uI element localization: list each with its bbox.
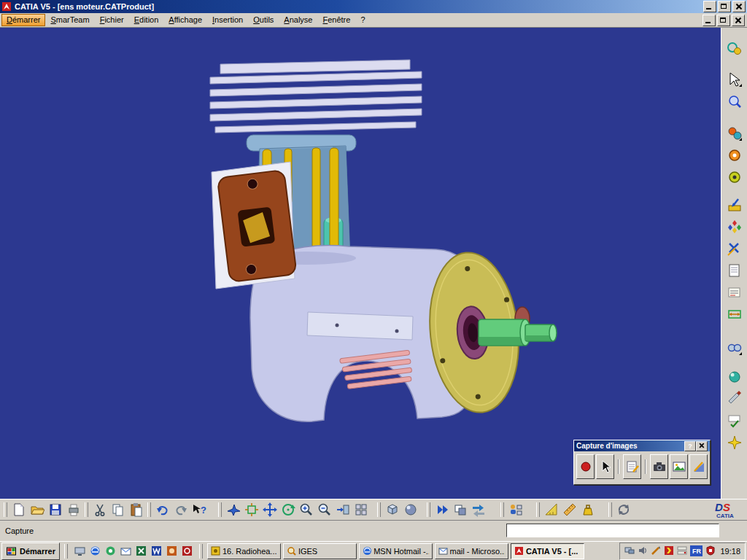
menu-insertion[interactable]: Insertion bbox=[207, 14, 248, 26]
options-button[interactable] bbox=[623, 454, 641, 479]
start-button[interactable]: Démarrer bbox=[1, 542, 60, 560]
menu-smarteam[interactable]: SmarTeam bbox=[45, 14, 94, 26]
menu-demarrer[interactable]: Démarrer bbox=[1, 14, 45, 26]
swap-visible-space-button[interactable] bbox=[469, 501, 487, 519]
select-tool-button[interactable] bbox=[725, 70, 744, 89]
enter-workbench-button[interactable] bbox=[725, 195, 744, 214]
doc-minimize-button[interactable] bbox=[703, 15, 716, 26]
text-with-leader-button[interactable] bbox=[725, 283, 744, 302]
annotations-button[interactable] bbox=[725, 261, 744, 280]
normal-view-button[interactable] bbox=[333, 501, 352, 519]
part-cooling-fins[interactable] bbox=[210, 60, 422, 133]
outlook-express-button[interactable] bbox=[120, 545, 132, 557]
part-front-plate[interactable] bbox=[307, 312, 413, 340]
volume-icon[interactable] bbox=[638, 545, 648, 557]
menu-fenetre[interactable]: Fenêtre bbox=[317, 14, 355, 26]
network-status-icon[interactable] bbox=[624, 545, 635, 557]
render-material-button[interactable] bbox=[725, 368, 744, 386]
menu-help[interactable]: ? bbox=[355, 14, 370, 26]
part-carburetor-plate[interactable] bbox=[217, 170, 297, 282]
create-multi-view-button[interactable] bbox=[352, 501, 370, 519]
restore-button[interactable] bbox=[718, 1, 731, 12]
part-crankshaft[interactable] bbox=[479, 319, 557, 346]
toolbar-grip[interactable] bbox=[218, 502, 222, 517]
rotate-button[interactable] bbox=[279, 501, 297, 519]
gear-settings-button[interactable] bbox=[725, 146, 744, 165]
draw-button[interactable] bbox=[689, 454, 708, 479]
dimensions-button[interactable] bbox=[725, 305, 744, 324]
copy-button[interactable] bbox=[109, 501, 127, 519]
select-button[interactable] bbox=[596, 454, 614, 479]
fit-all-in-button[interactable] bbox=[242, 501, 260, 519]
minimize-button[interactable] bbox=[703, 1, 716, 12]
taskbar-grip[interactable] bbox=[199, 544, 203, 559]
update-button[interactable] bbox=[725, 124, 744, 143]
fast-forward-button[interactable] bbox=[433, 501, 451, 519]
pan-button[interactable] bbox=[260, 501, 279, 519]
gear-options-button[interactable] bbox=[725, 168, 744, 187]
capture-palette[interactable]: Capture d'images ? bbox=[573, 440, 711, 485]
close-button[interactable] bbox=[732, 1, 746, 12]
record-button[interactable] bbox=[576, 454, 595, 479]
task-mail[interactable]: mail - Microso... bbox=[435, 543, 508, 559]
word-button[interactable] bbox=[150, 545, 163, 557]
menu-outils[interactable]: Outils bbox=[248, 14, 279, 26]
antivirus-icon[interactable] bbox=[664, 545, 674, 557]
power-input-field[interactable] bbox=[506, 524, 719, 537]
interference-check-button[interactable] bbox=[725, 239, 744, 258]
shaded-view-button[interactable] bbox=[401, 501, 419, 519]
msn-button[interactable] bbox=[104, 545, 117, 557]
collaboration-button[interactable] bbox=[506, 501, 525, 519]
toolbar-grip[interactable] bbox=[85, 502, 88, 517]
paste-button[interactable] bbox=[127, 501, 145, 519]
cut-material-button[interactable] bbox=[725, 389, 744, 408]
taskbar-grip[interactable] bbox=[64, 544, 68, 559]
acrobat-button[interactable] bbox=[181, 545, 193, 557]
update-refresh-button[interactable] bbox=[614, 501, 632, 519]
internet-explorer-button[interactable] bbox=[89, 545, 101, 557]
print-button[interactable] bbox=[64, 501, 82, 519]
depth-effect-button[interactable] bbox=[725, 338, 744, 357]
redo-button[interactable] bbox=[171, 501, 190, 519]
save-button[interactable] bbox=[46, 501, 64, 519]
isometric-view-button[interactable] bbox=[383, 501, 401, 519]
taskbar-clock[interactable]: 19:18 bbox=[719, 547, 740, 556]
doc-close-button[interactable] bbox=[732, 15, 745, 26]
pen-tablet-icon[interactable] bbox=[651, 545, 661, 557]
powerpoint-button[interactable] bbox=[166, 545, 178, 557]
viewport-3d[interactable]: Capture d'images ? bbox=[0, 28, 721, 499]
task-catia[interactable]: CATIA V5 - [... bbox=[511, 543, 584, 559]
toolbar-grip[interactable] bbox=[377, 502, 381, 517]
input-method-icon[interactable] bbox=[677, 545, 687, 557]
open-button[interactable] bbox=[28, 501, 46, 519]
toolbar-grip[interactable] bbox=[536, 502, 540, 517]
excel-button[interactable] bbox=[135, 545, 147, 557]
spell-check-button[interactable] bbox=[725, 411, 744, 430]
context-help-button[interactable]: ? bbox=[190, 501, 208, 519]
zoom-out-button[interactable] bbox=[315, 501, 333, 519]
task-msn-hotmail[interactable]: MSN Hotmail -... bbox=[359, 543, 433, 559]
undo-button[interactable] bbox=[153, 501, 171, 519]
look-at-button[interactable] bbox=[725, 92, 744, 111]
doc-restore-button[interactable] bbox=[717, 15, 730, 26]
task-radiohead[interactable]: 16. Radiohea... bbox=[207, 543, 281, 559]
menu-affichage[interactable]: Affichage bbox=[163, 14, 207, 26]
menu-edition[interactable]: Edition bbox=[129, 14, 164, 26]
capture-palette-title-bar[interactable]: Capture d'images ? bbox=[574, 440, 710, 451]
measure-item-button[interactable] bbox=[560, 501, 578, 519]
show-desktop-button[interactable] bbox=[74, 545, 86, 557]
toolbar-grip[interactable] bbox=[427, 502, 430, 517]
catalog-button[interactable] bbox=[725, 217, 744, 236]
task-iges[interactable]: IGES bbox=[283, 543, 357, 559]
lighting-button[interactable] bbox=[725, 433, 744, 452]
toolbar-grip[interactable] bbox=[4, 502, 7, 517]
toolbar-grip[interactable] bbox=[500, 502, 504, 517]
title-bar[interactable]: CATIA V5 - [ens moteur.CATProduct] bbox=[0, 0, 747, 13]
palette-close-button[interactable] bbox=[696, 441, 708, 451]
hide-show-button[interactable] bbox=[451, 501, 469, 519]
menu-fichier[interactable]: Fichier bbox=[95, 14, 129, 26]
weight-button[interactable] bbox=[578, 501, 597, 519]
measure-between-button[interactable] bbox=[542, 501, 560, 519]
new-document-button[interactable] bbox=[9, 501, 28, 519]
palette-help-button[interactable]: ? bbox=[684, 441, 696, 451]
